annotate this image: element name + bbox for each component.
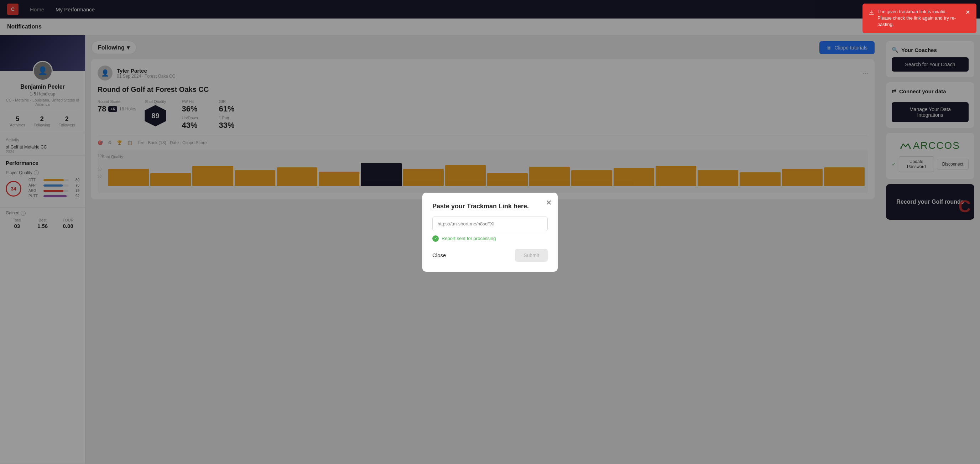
warning-icon: ⚠: [869, 9, 874, 17]
modal-actions: Close Submit: [432, 249, 548, 262]
toast-message: The given trackman link is invalid. Plea…: [877, 8, 962, 28]
modal-close-icon-button[interactable]: ✕: [546, 199, 552, 207]
success-check-icon: ✓: [432, 235, 439, 242]
trackman-link-input[interactable]: [432, 216, 548, 231]
modal-overlay[interactable]: Paste your Trackman Link here. ✕ ✓ Repor…: [0, 0, 980, 464]
modal-close-button[interactable]: Close: [432, 252, 446, 258]
modal-submit-button[interactable]: Submit: [515, 249, 548, 262]
error-toast: ⚠ The given trackman link is invalid. Pl…: [862, 3, 977, 33]
trackman-modal: Paste your Trackman Link here. ✕ ✓ Repor…: [422, 193, 558, 272]
modal-success-message: ✓ Report sent for processing: [432, 235, 548, 242]
toast-close-icon[interactable]: ✕: [966, 8, 970, 16]
modal-title: Paste your Trackman Link here.: [432, 203, 548, 210]
